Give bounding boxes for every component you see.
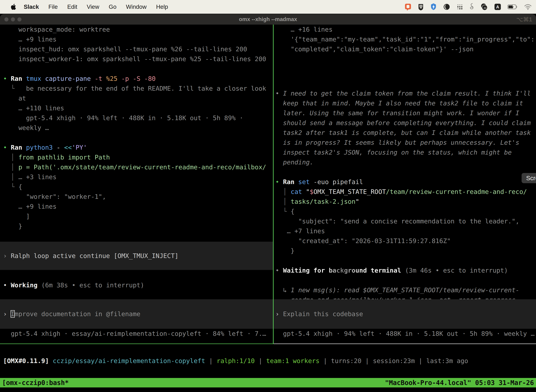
left-terminal-pane: workspace_mode: worktree … +9 lines insp… [0,25,273,344]
right-cat-command-block: • Ran set -euo pipefail │ cat "$OMX_TEAM… [275,177,536,256]
left-prompt-input[interactable]: › Improve documentation in @filename [0,299,273,329]
menu-item-window[interactable]: Window [121,4,151,10]
battery-icon[interactable] [507,4,518,9]
dots-grid-icon[interactable] [456,4,463,10]
badge-61-label: ..61 [483,7,487,9]
thinking-block: • I need to get the claim token from the… [275,89,536,167]
right-prompt-input[interactable]: › Explain this codebase [274,299,536,329]
screen-recording-icon[interactable] [404,3,412,11]
left-python-command-block: • Ran python3 - <<'PY' │ from pathlib im… [3,143,273,231]
wifi-icon[interactable] [524,4,532,10]
network-speed-icon[interactable] [430,3,437,11]
input-source-icon[interactable]: A [494,3,501,10]
moon-crescent-icon[interactable] [443,3,450,10]
menu-item-edit[interactable]: Edit [62,4,82,10]
svg-text:A: A [496,5,499,9]
tmux-status-bar: [omx-cczip0:bash* "MacBook-Pro-44.local"… [0,378,536,387]
screenshot-overlay-button[interactable]: Scre [522,173,536,183]
tmux-host-clock-label: "MacBook-Pro-44.local" 05:03 31-Mar-26 [385,379,534,387]
badge-61-icon[interactable]: ..61 [480,3,488,10]
menu-item-help[interactable]: Help [151,4,173,10]
screen: Slack File Edit View Go Window Help [0,0,536,392]
ralph-loop-banner: › Ralph loop active continue [OMX_TMUX_I… [0,242,273,270]
window-title: omx --xhigh --madmax [0,14,536,25]
window-titlebar[interactable]: omx --xhigh --madmax ⌥⌘1 [0,14,536,25]
left-tmux-command-block: • Ran tmux capture-pane -t %25 -p -S -80… [3,74,273,143]
menu-item-go[interactable]: Go [104,4,121,10]
right-intro-block: … +16 lines '{"team_name":"my-team","tas… [275,25,536,54]
menu-app-name[interactable]: Slack [19,4,44,10]
left-pane-border [0,344,273,344]
left-model-status-line: gpt-5.4 xhigh · essay/ai-reimplementatio… [3,329,273,339]
apple-icon[interactable] [10,3,16,10]
terminal-window: omx --xhigh --madmax ⌥⌘1 workspace_mode:… [0,14,536,392]
squiggle-icon[interactable] [469,3,474,11]
left-intro-block: workspace_mode: worktree … +9 lines insp… [3,25,273,74]
right-terminal-pane: … +16 lines '{"team_name":"my-team","tas… [274,25,536,344]
omx-session-status-line: [OMX#0.11.9] cczip/essay/ai-reimplementa… [3,356,468,366]
menu-item-file[interactable]: File [44,4,62,10]
waiting-status-line: • Waiting for background terminal (3m 46… [275,266,536,275]
keyboard-shield-icon[interactable] [418,3,424,10]
tmux-session-label: [omx-cczip0:bash* [2,379,69,387]
right-pane-border [274,344,536,344]
right-model-status-line: gpt-5.4 xhigh · 94% left · 488K in · 5.1… [275,329,536,339]
menu-item-view[interactable]: View [82,4,104,10]
menu-bar: Slack File Edit View Go Window Help [0,0,536,14]
working-status-line: • Working (6m 38s • esc to interrupt) [3,280,273,290]
window-shortcut-hint: ⌥⌘1 [517,14,532,25]
